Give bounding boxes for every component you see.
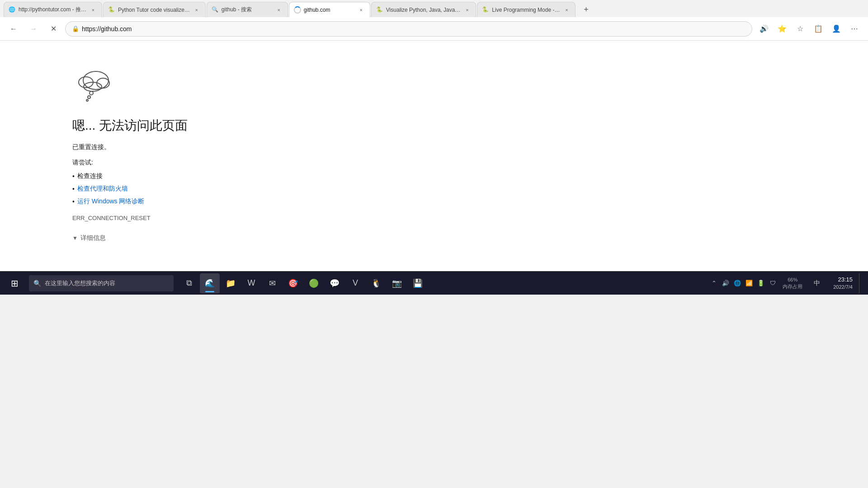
start-button[interactable]: ⊞	[4, 272, 25, 294]
tab-3[interactable]: 🔍github - 搜索×	[207, 2, 288, 17]
taskbar-app-app11[interactable]: 🐧	[366, 273, 386, 293]
tab-4[interactable]: github.com×	[289, 2, 370, 17]
reload-stop-button[interactable]: ✕	[45, 21, 61, 37]
tab-title-1: http://pythontutor.com - 推…	[19, 6, 86, 14]
tab-close-6[interactable]: ×	[562, 6, 571, 14]
suggestion-1-text: 检查连接	[77, 172, 103, 180]
suggestion-1: 检查连接	[72, 172, 188, 180]
toolbar-icons: 🔊 ⭐ ☆ 📋 👤 ⋯	[756, 21, 863, 37]
error-code: ERR_CONNECTION_RESET	[72, 215, 188, 221]
taskbar-right: ⌃ 🔊 🌐 📶 🔋 🛡 66% 内存占用 中 23:15 2022/7/4	[708, 273, 864, 293]
taskbar-app-file-explorer[interactable]: 📁	[221, 273, 241, 293]
svg-point-4	[90, 91, 93, 95]
tab-close-3[interactable]: ×	[275, 6, 283, 14]
show-desktop-button[interactable]	[859, 273, 864, 293]
address-bar: ← → ✕ 🔒 https://github.com 🔊 ⭐ ☆ 📋 👤 ⋯	[0, 17, 868, 41]
wifi-icon[interactable]: 📶	[744, 278, 755, 289]
url-bar[interactable]: 🔒 https://github.com	[65, 21, 752, 37]
new-tab-button[interactable]: +	[578, 2, 594, 17]
taskbar-app-app10[interactable]: V	[345, 273, 365, 293]
add-favorites-button[interactable]: ☆	[792, 21, 808, 37]
tab-favicon-2: 🐍	[108, 6, 115, 14]
taskbar-app-app7[interactable]: 🎯	[283, 273, 303, 293]
tab-favicon-3: 🔍	[212, 6, 219, 14]
url-text: https://github.com	[82, 25, 745, 33]
tab-bar: 🌐http://pythontutor.com - 推…×🐍Python Tut…	[0, 0, 868, 17]
suggestion-3: 运行 Windows 网络诊断	[72, 197, 188, 206]
back-button[interactable]: ←	[5, 21, 22, 37]
taskbar-search[interactable]: 🔍 在这里输入您想搜索的内容	[29, 275, 174, 291]
chevron-up-icon[interactable]: ⌃	[708, 278, 719, 289]
svg-point-0	[83, 71, 108, 89]
tab-close-1[interactable]: ×	[89, 6, 97, 14]
details-label: 详细信息	[80, 234, 106, 242]
notification-area: ⌃ 🔊 🌐 📶 🔋 🛡	[708, 278, 778, 289]
tab-5[interactable]: 🐍Visualize Python, Java, Java…×	[371, 2, 476, 17]
clock-date: 2022/7/4	[833, 284, 853, 291]
taskbar: ⊞ 🔍 在这里输入您想搜索的内容 ⧉🌊📁W✉🎯🟢💬V🐧📷💾 ⌃ 🔊 🌐 📶 🔋 …	[0, 271, 868, 295]
memory-indicator[interactable]: 66% 内存占用	[781, 276, 804, 291]
memory-label: 内存占用	[783, 283, 802, 290]
listen-button[interactable]: 🔊	[756, 21, 772, 37]
tab-2[interactable]: 🐍Python Tutor code visualize…×	[103, 2, 206, 17]
tab-favicon-6: 🐍	[482, 6, 489, 14]
more-button[interactable]: ⋯	[846, 21, 863, 37]
tab-favicon-4	[294, 6, 301, 14]
lock-icon: 🔒	[72, 25, 79, 32]
try-list: 检查连接 检查代理和防火墙 运行 Windows 网络诊断	[72, 172, 188, 206]
tab-1[interactable]: 🌐http://pythontutor.com - 推…×	[4, 2, 102, 17]
taskbar-apps: ⧉🌊📁W✉🎯🟢💬V🐧📷💾	[179, 273, 428, 293]
network-icon[interactable]: 🌐	[732, 278, 743, 289]
tab-title-6: Live Programming Mode -…	[492, 7, 560, 13]
search-placeholder: 在这里输入您想搜索的内容	[45, 279, 115, 287]
taskbar-app-mail[interactable]: ✉	[262, 273, 282, 293]
svg-point-6	[86, 99, 88, 101]
suggestion-3-link[interactable]: 运行 Windows 网络诊断	[77, 197, 145, 206]
tab-title-2: Python Tutor code visualize…	[118, 7, 190, 13]
taskbar-app-app8[interactable]: 🟢	[304, 273, 324, 293]
browser-window: 🌐http://pythontutor.com - 推…×🐍Python Tut…	[0, 0, 868, 271]
cloud-icon	[72, 68, 188, 103]
tab-close-2[interactable]: ×	[193, 6, 201, 14]
suggestion-2-link[interactable]: 检查代理和防火墙	[77, 185, 128, 193]
antivirus-icon[interactable]: 🛡	[767, 278, 778, 289]
volume-icon[interactable]: 🔊	[720, 278, 731, 289]
taskbar-app-edge-browser[interactable]: 🌊	[200, 273, 220, 293]
taskbar-app-app13[interactable]: 💾	[408, 273, 428, 293]
search-icon: 🔍	[33, 280, 41, 287]
connection-reset-text: 已重置连接。	[72, 143, 188, 151]
battery-icon[interactable]: 🔋	[755, 278, 766, 289]
language-indicator[interactable]: 中	[807, 273, 827, 293]
taskbar-app-task-view[interactable]: ⧉	[179, 273, 199, 293]
taskbar-app-wechat[interactable]: 💬	[325, 273, 344, 293]
taskbar-clock[interactable]: 23:15 2022/7/4	[830, 276, 856, 291]
tab-title-5: Visualize Python, Java, Java…	[386, 7, 461, 13]
tab-favicon-1: 🌐	[9, 6, 16, 14]
suggestion-2: 检查代理和防火墙	[72, 185, 188, 193]
tab-close-5[interactable]: ×	[463, 6, 471, 14]
tab-close-4[interactable]: ×	[357, 6, 365, 14]
error-container: 嗯... 无法访问此页面 已重置连接。 请尝试: 检查连接 检查代理和防火墙 运…	[72, 68, 188, 244]
forward-button[interactable]: →	[25, 21, 42, 37]
error-title: 嗯... 无法访问此页面	[72, 117, 188, 134]
tab-title-4: github.com	[304, 7, 354, 13]
collections-button[interactable]: 📋	[810, 21, 826, 37]
tab-favicon-5: 🐍	[376, 6, 383, 14]
memory-percent: 66%	[783, 277, 802, 283]
chevron-icon: ▼	[72, 235, 78, 241]
svg-point-5	[88, 96, 90, 99]
details-toggle[interactable]: ▼ 详细信息	[72, 232, 188, 244]
tab-title-3: github - 搜索	[222, 6, 272, 14]
try-label: 请尝试:	[72, 159, 188, 167]
taskbar-app-wps-office[interactable]: W	[241, 273, 261, 293]
page-content: 嗯... 无法访问此页面 已重置连接。 请尝试: 检查连接 检查代理和防火墙 运…	[0, 41, 868, 271]
taskbar-app-app12[interactable]: 📷	[387, 273, 407, 293]
clock-time: 23:15	[833, 276, 853, 284]
tab-6[interactable]: 🐍Live Programming Mode -…×	[477, 2, 576, 17]
favorites-button[interactable]: ⭐	[774, 21, 790, 37]
profile-button[interactable]: 👤	[828, 21, 844, 37]
